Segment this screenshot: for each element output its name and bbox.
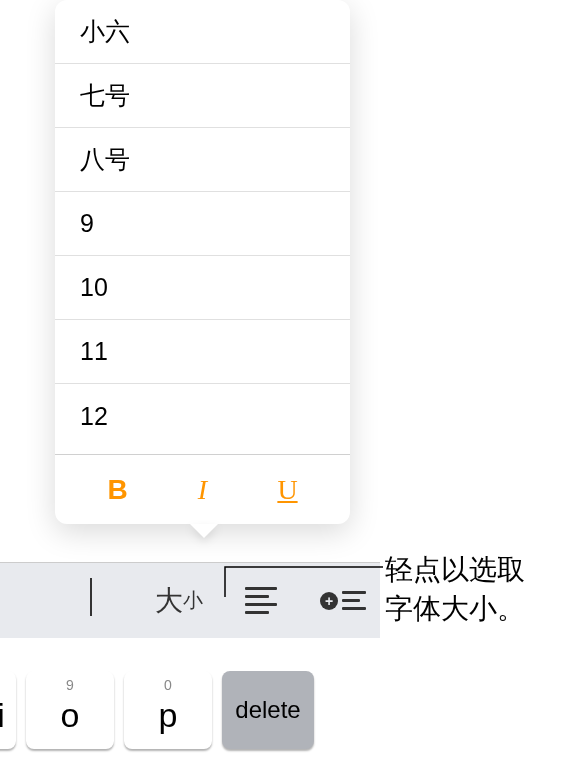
size-label: 小六: [80, 15, 130, 48]
size-option[interactable]: 10: [55, 256, 350, 320]
key-delete[interactable]: delete: [222, 671, 314, 749]
size-label: 10: [80, 273, 108, 302]
key-sub: 9: [66, 677, 74, 693]
size-label: 八号: [80, 143, 130, 176]
size-option[interactable]: 八号: [55, 128, 350, 192]
format-toolbar: B I U: [55, 454, 350, 524]
size-label: 11: [80, 337, 108, 366]
callout-text-line2: 字体大小。: [385, 589, 525, 628]
bold-button[interactable]: B: [88, 474, 148, 506]
underline-button[interactable]: U: [258, 474, 318, 506]
key-sub: 0: [164, 677, 172, 693]
key-i[interactable]: i: [0, 671, 16, 749]
callout-line: [225, 565, 385, 600]
italic-button[interactable]: I: [173, 474, 233, 506]
size-option[interactable]: 七号: [55, 64, 350, 128]
size-label: 12: [80, 402, 108, 431]
callout: 轻点以选取 字体大小。: [385, 550, 525, 628]
size-label: 9: [80, 209, 94, 238]
key-main: delete: [235, 696, 300, 724]
font-size-popover: 小六 七号 八号 9 10 11 12 B I U: [55, 0, 350, 524]
key-p[interactable]: 0 p: [124, 671, 212, 749]
popover-tail: [190, 524, 218, 538]
key-o[interactable]: 9 o: [26, 671, 114, 749]
size-option[interactable]: 11: [55, 320, 350, 384]
font-size-button[interactable]: 大小: [155, 582, 203, 620]
callout-text-line1: 轻点以选取: [385, 550, 525, 589]
size-option[interactable]: 小六: [55, 0, 350, 64]
size-label: 七号: [80, 79, 130, 112]
size-label-large: 大: [155, 582, 183, 620]
key-main: o: [61, 696, 80, 735]
size-label-small: 小: [183, 587, 203, 614]
size-option[interactable]: 12: [55, 384, 350, 448]
key-main: i: [0, 696, 5, 735]
size-option[interactable]: 9: [55, 192, 350, 256]
font-size-list: 小六 七号 八号 9 10 11 12: [55, 0, 350, 454]
key-main: p: [159, 696, 178, 735]
keyboard-row: i 9 o 0 p delete: [0, 650, 380, 770]
text-cursor: [90, 578, 92, 616]
